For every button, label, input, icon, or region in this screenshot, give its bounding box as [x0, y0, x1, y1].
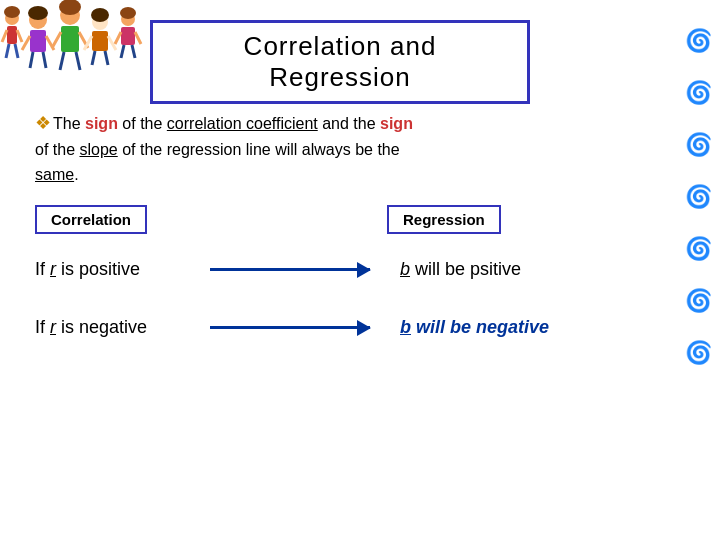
- svg-line-25: [92, 51, 95, 65]
- swirl-4: 🌀: [685, 186, 712, 208]
- intro-of-the-2: of the: [35, 141, 79, 158]
- sign-word-1: sign: [85, 115, 118, 132]
- svg-line-33: [132, 45, 135, 58]
- r-variable-2: r: [50, 317, 56, 337]
- correlation-coefficient-link: correlation coefficient: [167, 115, 318, 132]
- swirl-7: 🌀: [685, 342, 712, 364]
- svg-line-5: [15, 44, 18, 58]
- swirl-decorations: 🌀 🌀 🌀 🌀 🌀 🌀 🌀: [685, 30, 712, 364]
- svg-line-32: [121, 45, 124, 58]
- svg-line-12: [43, 52, 46, 68]
- svg-line-26: [105, 51, 108, 65]
- svg-line-30: [115, 32, 121, 44]
- svg-point-13: [28, 6, 48, 20]
- positive-if-text: If r is positive: [35, 259, 210, 280]
- svg-line-31: [135, 32, 141, 44]
- same-word: same: [35, 166, 74, 183]
- svg-rect-22: [92, 31, 108, 51]
- slope-link: slope: [79, 141, 117, 158]
- svg-line-16: [52, 32, 61, 48]
- swirl-3: 🌀: [685, 134, 712, 156]
- svg-rect-15: [61, 26, 79, 52]
- svg-point-6: [4, 6, 20, 18]
- intro-regression-line: of the regression line will always be th…: [118, 141, 400, 158]
- positive-result: b will be psitive: [400, 259, 600, 280]
- r-variable-1: r: [50, 259, 56, 279]
- intro-paragraph: ❖The sign of the correlation coefficient…: [35, 110, 685, 187]
- bullet-icon: ❖: [35, 113, 51, 133]
- b-variable-2: b: [400, 317, 411, 337]
- negative-result: b will be negative: [400, 317, 600, 338]
- svg-rect-1: [7, 26, 17, 44]
- b-variable-1: b: [400, 259, 410, 279]
- intro-period: .: [74, 166, 78, 183]
- regression-label: Regression: [387, 205, 501, 234]
- svg-line-18: [60, 52, 64, 70]
- svg-line-3: [17, 30, 22, 42]
- intro-the: The: [53, 115, 85, 132]
- arrow-positive: [210, 268, 370, 271]
- svg-line-9: [22, 36, 30, 50]
- content-area: ❖The sign of the correlation coefficient…: [35, 110, 685, 360]
- negative-row: If r is negative b will be negative: [35, 302, 675, 352]
- swirl-6: 🌀: [685, 290, 712, 312]
- svg-line-19: [76, 52, 80, 70]
- svg-line-2: [2, 30, 7, 42]
- intro-and-sign: and the: [318, 115, 380, 132]
- swirl-2: 🌀: [685, 82, 712, 104]
- svg-point-34: [120, 7, 136, 19]
- labels-row: Correlation Regression: [35, 205, 675, 234]
- cartoon-figures: [0, 0, 145, 88]
- arrow-negative: [210, 326, 370, 329]
- positive-row: If r is positive b will be psitive: [35, 244, 675, 294]
- title-box: Correlation and Regression: [150, 20, 530, 104]
- svg-point-27: [91, 8, 109, 22]
- correlation-label: Correlation: [35, 205, 147, 234]
- slide-title: Correlation and Regression: [244, 31, 437, 92]
- svg-rect-29: [121, 27, 135, 45]
- intro-of-the: of the: [118, 115, 167, 132]
- slide-background: Correlation and Regression 🌀 🌀 🌀 🌀 🌀 🌀 🌀…: [0, 0, 720, 540]
- sign-word-2: sign: [380, 115, 413, 132]
- svg-line-11: [30, 52, 33, 68]
- negative-if-text: If r is negative: [35, 317, 210, 338]
- svg-line-4: [6, 44, 9, 58]
- svg-rect-8: [30, 30, 46, 52]
- swirl-1: 🌀: [685, 30, 712, 52]
- swirl-5: 🌀: [685, 238, 712, 260]
